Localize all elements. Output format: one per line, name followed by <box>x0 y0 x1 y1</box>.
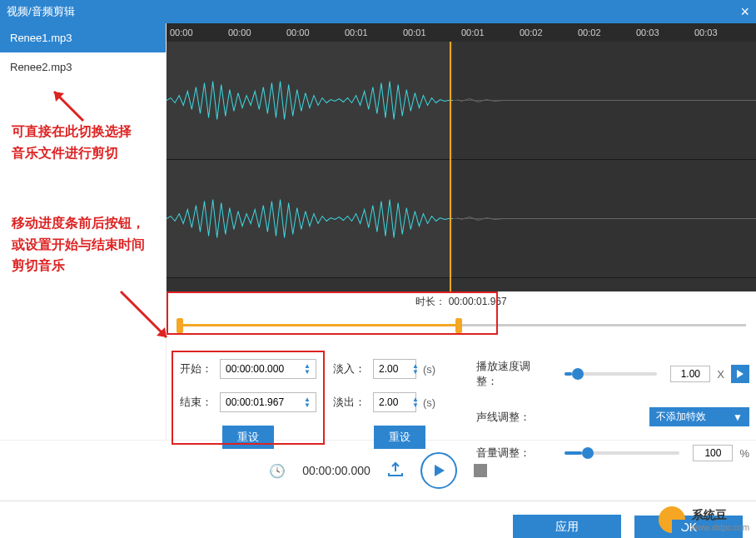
waveform-area[interactable] <box>167 42 756 291</box>
voice-label: 声线调整： <box>476 410 551 425</box>
waveform-left <box>167 42 756 160</box>
volume-label: 音量调整： <box>476 446 551 461</box>
volume-slider[interactable] <box>565 451 679 455</box>
editor-content: 00:00 00:00 00:00 00:01 00:01 00:01 00:0… <box>167 23 756 440</box>
annotation-text: 移动进度条前后按钮， 或设置开始与结束时间 剪切音乐 <box>12 212 145 276</box>
watermark: 系统豆 www.xtdpc.com <box>657 505 749 535</box>
slider-thumb[interactable] <box>572 368 584 380</box>
footer: 应用 OK <box>0 501 756 538</box>
speed-label: 播放速度调整： <box>476 359 551 389</box>
titlebar: 视频/音频剪辑 × <box>0 0 756 23</box>
fadeout-input[interactable]: ▲▼ <box>373 392 416 412</box>
close-icon[interactable]: × <box>740 3 749 21</box>
window-title: 视频/音频剪辑 <box>7 4 75 19</box>
speed-slider[interactable] <box>565 372 657 376</box>
annotation-arrow-icon <box>112 283 179 350</box>
voice-effect-dropdown[interactable]: 不添加特效 ▼ <box>649 407 749 426</box>
watermark-name: 系统豆 <box>692 508 749 523</box>
file-item[interactable]: Renee2.mp3 <box>0 52 166 82</box>
annotation-box <box>172 351 325 445</box>
apply-button[interactable]: 应用 <box>513 515 621 538</box>
svg-rect-0 <box>167 42 453 159</box>
file-item[interactable]: Renee1.mp3 <box>0 23 166 52</box>
spinner-icon[interactable]: ▲▼ <box>412 363 419 375</box>
chevron-down-icon: ▼ <box>733 411 743 423</box>
spinner-icon[interactable]: ▲▼ <box>412 396 419 408</box>
volume-value[interactable]: 100 <box>693 445 733 461</box>
waveform-right <box>167 160 756 278</box>
preview-speed-button[interactable] <box>731 365 749 383</box>
svg-line-4 <box>121 291 167 337</box>
annotation-arrow-icon <box>46 83 96 133</box>
playhead[interactable] <box>450 42 451 291</box>
watermark-url: www.xtdpc.com <box>692 523 749 532</box>
fadein-label: 淡入： <box>333 361 366 376</box>
controls-panel: 开始： ▲▼ 结束： ▲▼ 重设 <box>167 342 756 478</box>
fadein-input[interactable]: ▲▼ <box>373 359 416 379</box>
reset-fade-button[interactable]: 重设 <box>374 426 425 449</box>
slider-thumb[interactable] <box>582 447 594 459</box>
timeline-ruler: 00:00 00:00 00:00 00:01 00:01 00:01 00:0… <box>167 23 756 42</box>
svg-rect-1 <box>167 160 453 277</box>
logo-icon <box>657 505 687 535</box>
duration-bar: 时长： 00:00:01.967 <box>167 291 756 342</box>
speed-value[interactable]: 1.00 <box>670 366 710 382</box>
annotation-box <box>167 291 498 335</box>
fadeout-label: 淡出： <box>333 395 366 410</box>
